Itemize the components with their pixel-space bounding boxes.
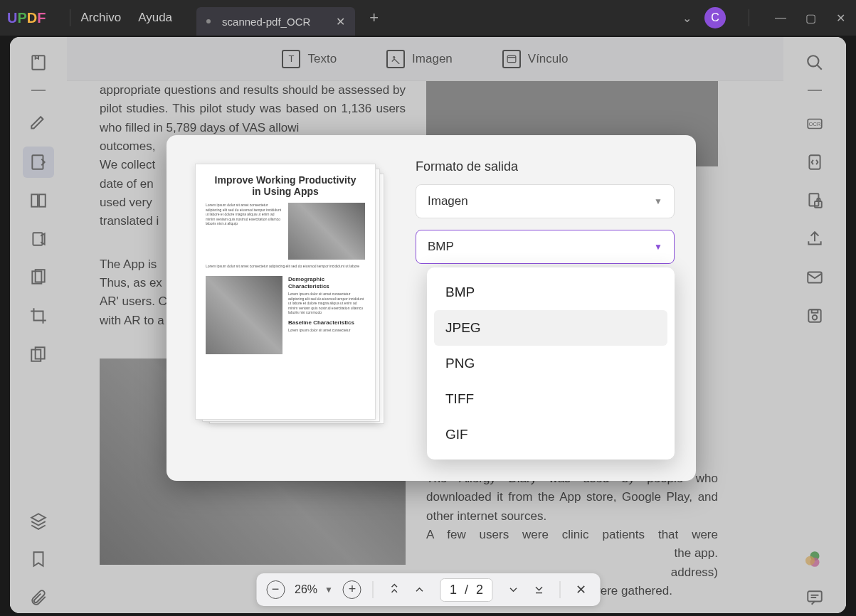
doc-text: the app. bbox=[426, 544, 718, 563]
chevron-down-icon: ▼ bbox=[324, 585, 333, 595]
last-page-button[interactable] bbox=[528, 579, 549, 600]
zoom-out-button[interactable]: − bbox=[265, 579, 286, 600]
window-close-icon[interactable]: ✕ bbox=[832, 11, 849, 25]
sidebar-collapse-icon[interactable] bbox=[808, 90, 822, 91]
sidebar-thumbnails[interactable] bbox=[23, 47, 54, 78]
first-page-button[interactable] bbox=[384, 579, 405, 600]
tabs-dropdown-icon[interactable]: ⌄ bbox=[682, 11, 692, 25]
comment-icon[interactable] bbox=[799, 582, 830, 613]
format-dropdown: BMP JPEG PNG TIFF GIF bbox=[427, 267, 675, 460]
text-icon: T bbox=[282, 50, 300, 68]
next-page-button[interactable] bbox=[502, 579, 524, 600]
svg-text:OCR: OCR bbox=[809, 121, 821, 127]
sidebar-edit[interactable] bbox=[23, 147, 54, 178]
preview-text: Lorem ipsum dolor sit amet consectetur a… bbox=[206, 203, 282, 260]
ai-icon[interactable] bbox=[799, 543, 830, 575]
svg-point-11 bbox=[808, 55, 818, 66]
link-icon bbox=[502, 50, 521, 68]
separator bbox=[373, 581, 374, 598]
zoom-level[interactable]: 26% ▼ bbox=[295, 583, 333, 596]
sidebar-pages[interactable] bbox=[23, 262, 54, 293]
prev-page-button[interactable] bbox=[409, 579, 430, 600]
edit-text-button[interactable]: T Texto bbox=[282, 50, 337, 68]
select-value: BMP bbox=[428, 240, 454, 254]
sync-icon[interactable] bbox=[799, 147, 830, 178]
svg-rect-4 bbox=[33, 233, 42, 245]
preview-text: Demographic Characteristics Lorem ipsum … bbox=[288, 276, 365, 354]
doc-text: A few users were clinic patients that we… bbox=[426, 526, 718, 544]
separator bbox=[70, 9, 70, 26]
document-tab[interactable]: scanned-pdf_OCR ✕ bbox=[196, 7, 355, 36]
dropdown-option-jpeg[interactable]: JPEG bbox=[434, 310, 667, 346]
preview-title: Improve Working Productivity bbox=[206, 174, 365, 186]
format-type-select[interactable]: Imagen ▼ bbox=[416, 184, 675, 218]
chevron-down-icon: ▼ bbox=[654, 196, 662, 206]
svg-rect-3 bbox=[39, 194, 46, 206]
edit-link-button[interactable]: Vínculo bbox=[502, 50, 569, 68]
dropdown-option-gif[interactable]: GIF bbox=[434, 417, 667, 452]
doc-text: appropriate questions and results should… bbox=[100, 81, 406, 137]
titlebar: UPDF Archivo Ayuda scanned-pdf_OCR ✕ + ⌄… bbox=[0, 0, 856, 36]
right-sidebar: OCR bbox=[783, 37, 846, 613]
preview-image bbox=[206, 276, 282, 354]
sidebar-reader[interactable] bbox=[23, 185, 54, 216]
search-icon[interactable] bbox=[799, 47, 830, 78]
edit-image-button[interactable]: Imagen bbox=[386, 50, 453, 68]
output-format-label: Formato de salida bbox=[416, 159, 675, 174]
menu-help[interactable]: Ayuda bbox=[138, 11, 172, 25]
sidebar-layers[interactable] bbox=[23, 505, 54, 536]
svg-rect-20 bbox=[812, 309, 818, 312]
tab-close-icon[interactable]: ✕ bbox=[336, 15, 345, 28]
window-maximize-icon[interactable]: ▢ bbox=[802, 11, 819, 25]
new-tab-button[interactable]: + bbox=[369, 9, 379, 27]
zoom-page-bar: − 26% ▼ + 1 / 2 ✕ bbox=[256, 573, 600, 606]
separator bbox=[749, 9, 749, 26]
separator bbox=[559, 581, 560, 598]
dropdown-option-bmp[interactable]: BMP bbox=[434, 275, 667, 310]
edit-toolbar: T Texto Imagen Vínculo bbox=[67, 37, 783, 81]
sidebar-copy-pages[interactable] bbox=[23, 339, 54, 370]
svg-rect-21 bbox=[808, 591, 822, 601]
sidebar-highlighter[interactable] bbox=[23, 108, 54, 139]
sidebar-crop[interactable] bbox=[23, 300, 54, 331]
tab-title: scanned-pdf_OCR bbox=[222, 16, 310, 28]
page-indicator[interactable]: 1 / 2 bbox=[440, 578, 492, 602]
preview-text: Lorem ipsum dolor sit amet consectetur a… bbox=[206, 264, 365, 269]
mail-icon[interactable] bbox=[799, 262, 830, 293]
preview-image bbox=[288, 203, 365, 260]
svg-rect-10 bbox=[507, 55, 516, 62]
share-icon[interactable] bbox=[799, 223, 830, 255]
sidebar-bookmark[interactable] bbox=[23, 543, 54, 575]
app-logo: UPDF bbox=[7, 10, 46, 26]
ocr-icon[interactable]: OCR bbox=[799, 108, 830, 139]
dropdown-option-tiff[interactable]: TIFF bbox=[434, 381, 667, 417]
svg-point-19 bbox=[813, 315, 818, 320]
svg-point-9 bbox=[393, 56, 395, 58]
sidebar-clipboard[interactable] bbox=[23, 223, 54, 255]
dialog-preview: Improve Working Productivity in Using Ap… bbox=[195, 156, 394, 460]
menu-file[interactable]: Archivo bbox=[80, 11, 121, 25]
save-icon[interactable] bbox=[799, 300, 830, 331]
sidebar-collapse-icon[interactable] bbox=[31, 90, 46, 91]
sidebar-attachment[interactable] bbox=[23, 582, 54, 613]
tab-favicon bbox=[206, 19, 211, 23]
preview-page-front: Improve Working Productivity in Using Ap… bbox=[195, 164, 376, 420]
select-value: Imagen bbox=[428, 194, 468, 208]
image-format-select[interactable]: BMP ▼ bbox=[416, 230, 675, 264]
svg-rect-2 bbox=[31, 194, 38, 206]
chevron-down-icon: ▼ bbox=[654, 242, 662, 252]
svg-rect-1 bbox=[32, 155, 43, 169]
left-sidebar bbox=[10, 37, 67, 613]
image-icon bbox=[386, 50, 405, 68]
protect-icon[interactable] bbox=[799, 185, 830, 216]
close-bar-button[interactable]: ✕ bbox=[570, 579, 591, 600]
zoom-in-button[interactable]: + bbox=[342, 579, 363, 600]
user-avatar[interactable]: C bbox=[704, 7, 726, 28]
window-minimize-icon[interactable]: — bbox=[772, 11, 789, 24]
preview-title: in Using Apps bbox=[206, 186, 365, 197]
dropdown-option-png[interactable]: PNG bbox=[434, 346, 667, 381]
